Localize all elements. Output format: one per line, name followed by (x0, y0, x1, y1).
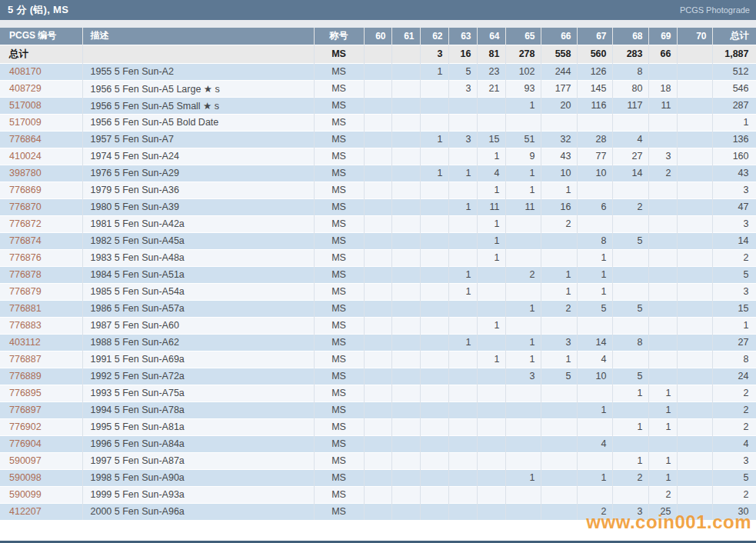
pcgs-number-link[interactable]: 412207 (0, 503, 82, 520)
pcgs-number-link[interactable]: 403112 (0, 334, 82, 351)
grade-count-60 (364, 368, 391, 385)
grade-count-63: 1 (448, 266, 477, 283)
grade-count-64 (477, 334, 505, 351)
grade-count-70 (677, 503, 712, 520)
pcgs-number-link[interactable]: 776889 (0, 368, 82, 385)
grade-count-68: 3 (612, 503, 648, 520)
coin-description: 1979 5 Fen Sun-A36 (82, 182, 314, 198)
pcgs-number-link[interactable]: 776902 (0, 418, 82, 435)
pcgs-number-link[interactable]: 776869 (0, 182, 82, 198)
grade-count-69: 25 (648, 503, 677, 520)
pcgs-number-link[interactable]: 590098 (0, 469, 82, 486)
totals-row: 总计 MS 3 16 81 278 558 560 283 66 1,887 (0, 45, 756, 63)
pcgs-number-link[interactable]: 776876 (0, 249, 82, 266)
grade-count-62 (420, 418, 448, 435)
grade-count-64 (477, 368, 505, 385)
grade-count-62 (420, 368, 448, 385)
pcgs-number-link[interactable]: 590097 (0, 452, 82, 469)
pcgs-number-link[interactable]: 408729 (0, 80, 82, 97)
grade-count-68: 1 (612, 385, 648, 401)
grade-count-66 (541, 114, 577, 131)
grade-count-62 (420, 452, 448, 469)
grade-count-69 (648, 198, 677, 215)
designation: MS (314, 486, 364, 503)
grade-count-61 (391, 165, 420, 182)
grade-total: 3 (712, 283, 756, 300)
grade-count-68 (612, 317, 648, 334)
grade-count-67: 77 (577, 148, 612, 165)
grade-count-64 (477, 97, 505, 114)
grade-count-64: 1 (477, 148, 505, 165)
grade-count-60 (364, 249, 391, 266)
pcgs-number-link[interactable]: 398780 (0, 165, 82, 182)
pcgs-number-link[interactable]: 590099 (0, 486, 82, 503)
grade-total: 3 (712, 215, 756, 232)
pcgs-number-link[interactable]: 776881 (0, 300, 82, 317)
grade-count-70 (677, 300, 712, 317)
designation: MS (314, 368, 364, 385)
grade-count-65 (505, 486, 541, 503)
grade-count-65: 11 (505, 198, 541, 215)
pcgs-number-link[interactable]: 776872 (0, 215, 82, 232)
grade-count-70 (677, 182, 712, 198)
grade-count-66: 177 (541, 80, 577, 97)
pcgs-number-link[interactable]: 776895 (0, 385, 82, 401)
pcgs-number-link[interactable]: 776883 (0, 317, 82, 334)
grade-count-66: 20 (541, 97, 577, 114)
pcgs-number-link[interactable]: 517008 (0, 97, 82, 114)
grade-count-62 (420, 97, 448, 114)
pcgs-number-link[interactable]: 776878 (0, 266, 82, 283)
grade-count-66: 3 (541, 334, 577, 351)
grade-count-70 (677, 198, 712, 215)
grade-count-63 (448, 114, 477, 131)
grade-count-66: 2 (541, 300, 577, 317)
pcgs-number-link[interactable]: 776897 (0, 401, 82, 418)
grade-count-65: 2 (505, 266, 541, 283)
grade-count-63 (448, 215, 477, 232)
designation: MS (314, 80, 364, 97)
coin-description: 1983 5 Fen Sun-A48a (82, 249, 314, 266)
grade-count-61 (391, 469, 420, 486)
grade-count-63: 5 (448, 63, 477, 80)
grade-count-64 (477, 385, 505, 401)
grade-count-64 (477, 486, 505, 503)
pcgs-number-link[interactable]: 776904 (0, 435, 82, 452)
grade-count-61 (391, 97, 420, 114)
totals-grade-70 (677, 45, 712, 63)
designation: MS (314, 266, 364, 283)
coin-description: 1987 5 Fen Sun-A60 (82, 317, 314, 334)
grade-count-65 (505, 283, 541, 300)
pcgs-number-link[interactable]: 408170 (0, 63, 82, 80)
grade-count-68: 5 (612, 232, 648, 249)
photograde-link[interactable]: PCGS Photograde (680, 5, 750, 15)
pcgs-number-link[interactable]: 776864 (0, 131, 82, 148)
grade-count-68 (612, 401, 648, 418)
grade-count-68: 8 (612, 63, 648, 80)
table-row: 776895 1993 5 Fen Sun-A75a MS 1 1 2 (0, 385, 756, 401)
grade-total: 2 (712, 418, 756, 435)
table-row: 398780 1976 5 Fen Sun-A29 MS 1 1 4 1 10 … (0, 165, 756, 182)
pcgs-number-link[interactable]: 776887 (0, 351, 82, 368)
table-row: 776879 1985 5 Fen Sun-A54a MS 1 1 1 3 (0, 283, 756, 300)
grade-count-64: 1 (477, 232, 505, 249)
grade-count-65: 1 (505, 351, 541, 368)
pcgs-number-link[interactable]: 776879 (0, 283, 82, 300)
grade-count-66 (541, 435, 577, 452)
grade-count-66: 2 (541, 215, 577, 232)
grade-count-70 (677, 165, 712, 182)
designation: MS (314, 114, 364, 131)
pcgs-number-link[interactable]: 776870 (0, 198, 82, 215)
grade-count-65 (505, 232, 541, 249)
pcgs-number-link[interactable]: 410024 (0, 148, 82, 165)
grade-count-60 (364, 418, 391, 435)
pcgs-number-link[interactable]: 776874 (0, 232, 82, 249)
pcgs-number-link[interactable]: 517009 (0, 114, 82, 131)
grade-count-69: 1 (648, 385, 677, 401)
grade-count-64: 1 (477, 215, 505, 232)
coin-description: 1996 5 Fen Sun-A84a (82, 435, 314, 452)
grade-count-61 (391, 385, 420, 401)
coin-description: 1985 5 Fen Sun-A54a (82, 283, 314, 300)
grade-total: 43 (712, 165, 756, 182)
grade-count-61 (391, 435, 420, 452)
header-row: PCGS 编号 描述 称号 60 61 62 63 64 65 66 67 68… (0, 28, 756, 45)
